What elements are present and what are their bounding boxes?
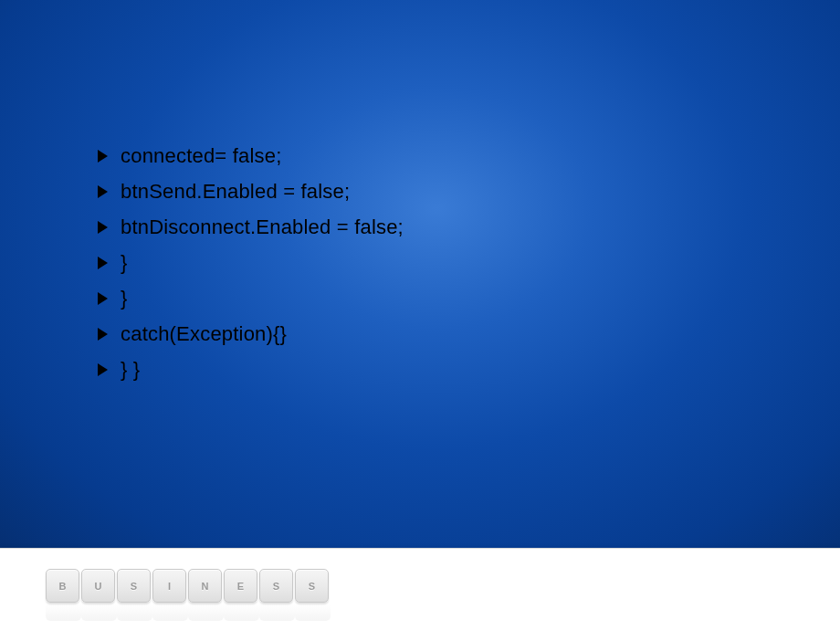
slide-content-area: connected= false; btnSend.Enabled = fals… — [0, 0, 840, 548]
bullet-text: connected= false; — [121, 146, 281, 166]
bullet-text: } — [121, 253, 128, 273]
bullet-text: btnSend.Enabled = false; — [121, 182, 350, 202]
bullet-icon — [98, 363, 108, 376]
bullet-icon — [98, 221, 108, 234]
keyboard-key: N — [188, 569, 222, 603]
keyboard-key: S — [117, 569, 151, 603]
list-item: } — [98, 253, 840, 273]
list-item: btnSend.Enabled = false; — [98, 182, 840, 202]
list-item: } — [98, 289, 840, 309]
key-letter: S — [309, 581, 315, 592]
bullet-text: catch(Exception){} — [121, 324, 287, 344]
list-item: connected= false; — [98, 146, 840, 166]
bullet-icon — [98, 328, 108, 341]
keyboard-key: S — [259, 569, 293, 603]
key-letter: B — [59, 581, 67, 592]
key-reflection — [259, 604, 295, 621]
bullet-icon — [98, 185, 108, 198]
key-letter: N — [202, 581, 209, 592]
bullet-text: } — [121, 289, 128, 309]
keyboard-key: I — [152, 569, 186, 603]
bullet-icon — [98, 292, 108, 305]
key-letter: I — [168, 581, 171, 592]
key-reflection — [46, 604, 81, 621]
key-reflection — [81, 604, 117, 621]
keyboard-key: B — [46, 569, 79, 603]
key-reflection — [224, 604, 259, 621]
keyboard-keys-graphic: B U S I N E S S — [46, 569, 840, 603]
bullet-icon — [98, 150, 108, 163]
keyboard-key: E — [224, 569, 257, 603]
key-reflection — [295, 604, 331, 621]
keyboard-key: S — [295, 569, 329, 603]
list-item: btnDisconnect.Enabled = false; — [98, 217, 840, 237]
list-item: catch(Exception){} — [98, 324, 840, 344]
key-letter: S — [131, 581, 137, 592]
key-letter: S — [273, 581, 279, 592]
key-reflection — [152, 604, 188, 621]
list-item: } } — [98, 360, 840, 380]
key-reflection — [117, 604, 152, 621]
key-letter: E — [237, 581, 244, 592]
keyboard-key: U — [81, 569, 115, 603]
bullet-list: connected= false; btnSend.Enabled = fals… — [98, 146, 840, 380]
key-reflection — [188, 604, 224, 621]
bullet-text: btnDisconnect.Enabled = false; — [121, 217, 404, 237]
bullet-text: } } — [121, 360, 140, 380]
key-letter: U — [95, 581, 102, 592]
bullet-icon — [98, 257, 108, 269]
footer-area: B U S I N E S S — [0, 548, 840, 630]
